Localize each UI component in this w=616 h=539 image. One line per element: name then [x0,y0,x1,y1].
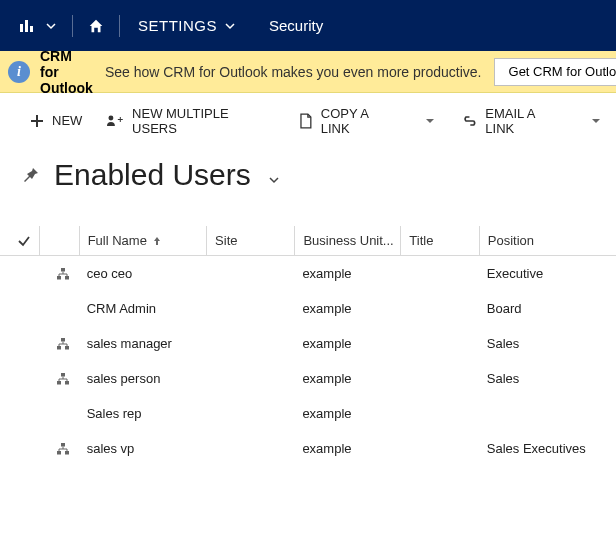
table-row[interactable]: ceo ceoexampleExecutive [0,256,616,291]
pin-icon[interactable] [22,166,40,184]
header-position-label: Position [488,233,534,248]
cell-fullname[interactable]: Sales rep [79,406,206,421]
crm-logo[interactable] [18,16,56,36]
select-all-checkbox[interactable] [0,226,39,255]
table-row[interactable]: Sales repexample [0,396,616,431]
view-title[interactable]: Enabled Users [54,158,279,192]
column-header-business-unit[interactable]: Business Unit... [294,226,400,255]
users-plus-icon [106,114,124,128]
command-bar: NEW NEW MULTIPLE USERS COPY A LINK EMAIL… [0,93,616,148]
users-grid: Full Name Site Business Unit... Title Po… [0,226,616,466]
cell-business-unit: example [294,301,400,316]
svg-rect-9 [65,346,69,350]
cell-fullname[interactable]: ceo ceo [79,266,206,281]
top-navbar: SETTINGS Security [0,0,616,51]
info-icon: i [8,61,30,83]
check-icon [17,234,31,248]
nav-security-label: Security [269,17,323,34]
hierarchy-icon [56,372,70,386]
new-button[interactable]: NEW [18,105,94,137]
email-link-button[interactable]: EMAIL A LINK [450,105,578,137]
svg-rect-4 [61,268,65,272]
svg-rect-10 [61,373,65,377]
table-row[interactable]: sales personexampleSales [0,361,616,396]
header-bu-label: Business Unit... [303,233,393,248]
svg-rect-13 [61,443,65,447]
view-header: Enabled Users [0,158,616,192]
header-fullname-label: Full Name [88,233,147,248]
copy-link-button[interactable]: COPY A LINK [287,105,412,137]
nav-separator [72,15,73,37]
table-row[interactable]: sales managerexampleSales [0,326,616,361]
cell-position: Sales [479,371,616,386]
cell-fullname[interactable]: sales manager [79,336,206,351]
caret-down-icon [426,117,434,125]
cell-business-unit: example [294,266,400,281]
copy-link-dropdown[interactable] [418,105,450,137]
nav-home-button[interactable] [77,17,115,35]
caret-down-icon [592,117,600,125]
nav-security-button[interactable]: Security [249,17,343,34]
table-row[interactable]: CRM AdminexampleBoard [0,291,616,326]
cell-fullname[interactable]: sales person [79,371,206,386]
get-crm-outlook-button[interactable]: Get CRM for Outlook [494,58,616,86]
chevron-down-icon [46,21,56,31]
row-hierarchy-button[interactable] [39,267,78,281]
cell-position: Board [479,301,616,316]
svg-rect-2 [30,26,33,32]
svg-rect-15 [65,451,69,455]
cell-business-unit: example [294,336,400,351]
nav-settings-button[interactable]: SETTINGS [124,17,249,34]
row-hierarchy-button[interactable] [39,442,78,456]
nav-settings-label: SETTINGS [138,17,217,34]
svg-rect-11 [57,381,61,385]
cell-fullname[interactable]: CRM Admin [79,301,206,316]
cell-business-unit: example [294,371,400,386]
grid-header-row: Full Name Site Business Unit... Title Po… [0,226,616,256]
svg-rect-12 [65,381,69,385]
row-hierarchy-button[interactable] [39,337,78,351]
header-title-label: Title [409,233,433,248]
sort-asc-icon [153,236,161,246]
email-link-label: EMAIL A LINK [485,106,566,136]
cell-position: Sales Executives [479,441,616,456]
hierarchy-icon [56,267,70,281]
table-row[interactable]: sales vpexampleSales Executives [0,431,616,466]
outlook-notice-bar: i CRM for Outlook See how CRM for Outloo… [0,51,616,93]
view-title-text: Enabled Users [54,158,251,191]
svg-point-3 [109,115,114,120]
cell-position: Sales [479,336,616,351]
grid-body: ceo ceoexampleExecutiveCRM AdminexampleB… [0,256,616,466]
plus-icon [30,114,44,128]
column-header-hierarchy[interactable] [39,226,78,255]
column-header-site[interactable]: Site [206,226,294,255]
svg-rect-8 [57,346,61,350]
home-icon [87,17,105,35]
svg-rect-0 [20,24,23,32]
document-icon [299,113,313,129]
crm-bars-icon [18,16,38,36]
column-header-title[interactable]: Title [400,226,479,255]
svg-rect-1 [25,20,28,32]
row-hierarchy-button[interactable] [39,372,78,386]
new-label: NEW [52,113,82,128]
cell-business-unit: example [294,406,400,421]
column-header-fullname[interactable]: Full Name [79,226,206,255]
new-multiple-users-button[interactable]: NEW MULTIPLE USERS [94,105,287,137]
link-icon [462,116,478,126]
header-site-label: Site [215,233,237,248]
column-header-position[interactable]: Position [479,226,616,255]
chevron-down-icon [225,21,235,31]
svg-rect-14 [57,451,61,455]
cell-fullname[interactable]: sales vp [79,441,206,456]
notice-text: See how CRM for Outlook makes you even m… [105,64,482,80]
cell-position: Executive [479,266,616,281]
hierarchy-icon [56,337,70,351]
new-multiple-label: NEW MULTIPLE USERS [132,106,275,136]
nav-separator [119,15,120,37]
svg-rect-7 [61,338,65,342]
email-link-dropdown[interactable] [584,105,616,137]
notice-title: CRM for Outlook [40,48,93,96]
svg-rect-6 [65,276,69,280]
hierarchy-icon [56,442,70,456]
